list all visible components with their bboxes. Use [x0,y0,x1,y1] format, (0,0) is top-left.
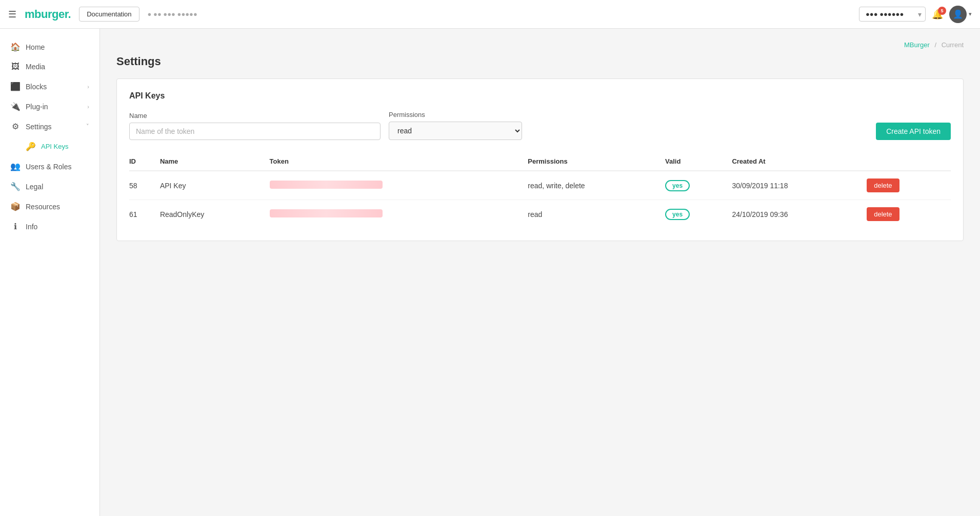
blocks-caret-icon: › [87,84,89,90]
legal-icon: 🔧 [10,182,21,191]
breadcrumb-current: Current [942,41,964,49]
project-selector-wrap: ●●● ●●●●●● [859,7,926,22]
user-avatar: 👤 [949,6,967,23]
cell-name-1: ReadOnlyKey [160,200,270,229]
resources-icon: 📦 [10,202,21,211]
sidebar-item-plugin-label: Plug-in [26,103,48,111]
sidebar-item-settings-label: Settings [26,123,52,131]
col-permissions: Permissions [528,152,665,171]
name-form-group: Name [129,112,381,140]
api-keys-form: Name Permissions read read, write read, … [129,111,951,140]
media-icon: 🖼 [10,62,21,71]
info-icon: ℹ [10,222,21,231]
cell-created-at-0: 30/09/2019 11:18 [732,171,867,200]
sidebar-item-blocks-label: Blocks [26,83,47,91]
name-input[interactable] [129,123,381,140]
api-keys-table: ID Name Token Permissions Valid Created … [129,152,951,228]
sidebar-item-home-label: Home [26,43,45,51]
settings-caret-icon: ˅ [86,123,89,130]
sidebar-item-info[interactable]: ℹ Info [0,216,99,236]
delete-button-1[interactable]: delete [867,207,899,221]
col-token: Token [270,152,528,171]
cell-permissions-1: read [528,200,665,229]
sidebar-item-legal-label: Legal [26,183,43,191]
plugin-icon: 🔌 [10,102,21,111]
table-row: 58 API Key read, write, delete yes 30/09… [129,171,951,200]
sidebar: 🏠 Home 🖼 Media ⬛ Blocks › 🔌 Plug-in › ⚙ … [0,29,100,516]
create-api-token-button[interactable]: Create API token [876,123,951,140]
documentation-button[interactable]: Documentation [79,7,139,22]
topnav-right: ●●● ●●●●●● 🔔 5 👤 ▾ [859,6,972,23]
cell-id-1: 61 [129,200,160,229]
table-row: 61 ReadOnlyKey read yes 24/10/2019 09:36… [129,200,951,229]
permissions-select[interactable]: read read, write read, write, delete [389,122,522,140]
sidebar-item-plugin[interactable]: 🔌 Plug-in › [0,96,99,116]
sidebar-item-api-keys-label: API Keys [41,143,68,150]
sidebar-item-home[interactable]: 🏠 Home [0,37,99,57]
table-head: ID Name Token Permissions Valid Created … [129,152,951,171]
topnav: ☰ mburger. Documentation ● ●● ●●● ●●●●● … [0,0,980,29]
cell-id-0: 58 [129,171,160,200]
sidebar-item-users-roles[interactable]: 👥 Users & Roles [0,156,99,176]
user-avatar-wrap[interactable]: 👤 ▾ [949,6,972,23]
api-keys-icon: 🔑 [26,142,36,151]
blocks-icon: ⬛ [10,82,21,91]
sidebar-item-users-label: Users & Roles [26,163,71,171]
col-id: ID [129,152,160,171]
home-icon: 🏠 [10,42,21,52]
sidebar-item-info-label: Info [26,223,37,231]
settings-icon: ⚙ [10,122,21,131]
col-name: Name [160,152,270,171]
notification-badge: 5 [938,7,946,15]
notification-bell[interactable]: 🔔 5 [932,9,943,20]
breadcrumb-separator: / [934,41,936,49]
cell-permissions-0: read, write, delete [528,171,665,200]
col-valid: Valid [665,152,732,171]
col-created-at: Created At [732,152,867,171]
sidebar-item-settings[interactable]: ⚙ Settings ˅ [0,116,99,136]
page-title: Settings [116,55,964,68]
sidebar-item-media[interactable]: 🖼 Media [0,57,99,76]
cell-valid-1: yes [665,200,732,229]
cell-created-at-1: 24/10/2019 09:36 [732,200,867,229]
hamburger-icon[interactable]: ☰ [8,9,16,20]
logo: mburger. [25,8,71,21]
sidebar-item-api-keys[interactable]: 🔑 API Keys [0,136,99,156]
cell-delete-0: delete [867,171,951,200]
breadcrumb: MBurger / Current [116,41,964,49]
sidebar-item-resources[interactable]: 📦 Resources [0,196,99,216]
users-icon: 👥 [10,162,21,171]
sidebar-item-resources-label: Resources [26,203,60,211]
cell-token-1 [270,200,528,229]
avatar-caret-icon: ▾ [969,11,972,17]
delete-button-0[interactable]: delete [867,178,899,192]
api-keys-card: API Keys Name Permissions read read, wri… [116,78,964,241]
plugin-caret-icon: › [87,104,89,110]
layout: 🏠 Home 🖼 Media ⬛ Blocks › 🔌 Plug-in › ⚙ … [0,0,980,516]
sidebar-item-media-label: Media [26,63,45,71]
col-actions [867,152,951,171]
project-label: ● ●● ●●● ●●●●● [148,10,197,18]
project-selector[interactable]: ●●● ●●●●●● [859,7,926,22]
cell-name-0: API Key [160,171,270,200]
cell-valid-0: yes [665,171,732,200]
cell-token-0 [270,171,528,200]
sidebar-item-blocks[interactable]: ⬛ Blocks › [0,76,99,96]
breadcrumb-parent[interactable]: MBurger [904,41,930,49]
name-label: Name [129,112,381,120]
main-content: MBurger / Current Settings API Keys Name… [100,29,980,516]
permissions-form-group: Permissions read read, write read, write… [389,111,522,140]
permissions-label: Permissions [389,111,522,118]
cell-delete-1: delete [867,200,951,229]
sidebar-item-legal[interactable]: 🔧 Legal [0,176,99,196]
api-keys-section-title: API Keys [129,91,951,101]
table-body: 58 API Key read, write, delete yes 30/09… [129,171,951,228]
table-header-row: ID Name Token Permissions Valid Created … [129,152,951,171]
